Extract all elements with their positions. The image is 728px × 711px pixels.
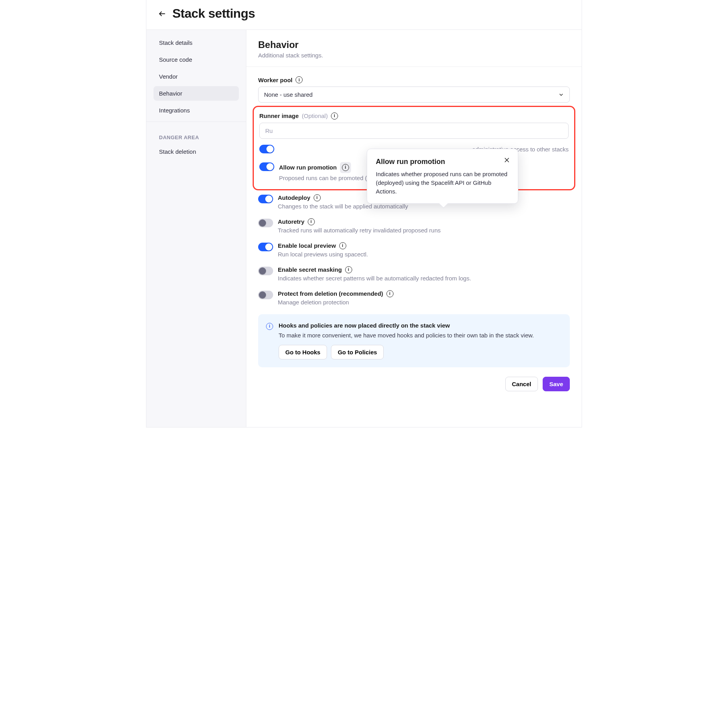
back-arrow-icon[interactable] <box>158 10 166 18</box>
worker-pool-field: Worker pool i None - use shared <box>258 76 570 103</box>
info-icon[interactable]: i <box>386 290 394 297</box>
main-panel: Behavior Additional stack settings. Allo… <box>246 30 582 427</box>
toggle-secret-masking: Enable secret masking i Indicates whethe… <box>258 266 570 282</box>
info-icon[interactable]: i <box>340 162 351 173</box>
sidebar-item-stack-deletion[interactable]: Stack deletion <box>153 144 239 159</box>
local-preview-toggle[interactable] <box>258 243 273 251</box>
tooltip-title: Allow run promotion <box>376 158 509 166</box>
topbar: Stack settings <box>146 0 582 29</box>
sidebar-item-vendor[interactable]: Vendor <box>153 69 239 84</box>
local-preview-desc: Run local previews using spacectl. <box>278 251 368 258</box>
cancel-button[interactable]: Cancel <box>505 377 538 391</box>
runner-image-input[interactable]: Ru <box>259 123 569 139</box>
sidebar-item-source-code[interactable]: Source code <box>153 52 239 67</box>
protect-deletion-desc: Manage deletion protection <box>278 299 394 306</box>
close-icon <box>504 157 510 163</box>
runner-image-optional: (Optional) <box>302 112 328 119</box>
info-icon[interactable]: i <box>339 242 346 249</box>
tooltip-close-button[interactable] <box>503 156 511 164</box>
sidebar-danger-label: DANGER AREA <box>153 126 239 144</box>
autoretry-label: Autoretry <box>278 218 305 225</box>
worker-pool-value: None - use shared <box>264 91 312 98</box>
worker-pool-label: Worker pool <box>258 77 292 83</box>
toggle-autoretry: Autoretry i Tracked runs will automatica… <box>258 218 570 234</box>
autodeploy-desc: Changes to the stack will be applied aut… <box>278 203 408 210</box>
protect-deletion-toggle[interactable] <box>258 291 273 299</box>
page-title: Stack settings <box>172 6 255 21</box>
protect-deletion-label: Protect from deletion (recommended) <box>278 290 383 297</box>
app-frame: Stack settings Stack details Source code… <box>146 0 582 427</box>
go-to-hooks-button[interactable]: Go to Hooks <box>279 345 327 359</box>
info-icon: i <box>266 323 273 330</box>
go-to-policies-button[interactable]: Go to Policies <box>331 345 384 359</box>
allow-run-promotion-label: Allow run promotion <box>279 164 337 171</box>
info-icon[interactable]: i <box>345 266 352 273</box>
tooltip-allow-run-promotion: Allow run promotion Indicates whether pr… <box>367 149 518 204</box>
footer-actions: Cancel Save <box>246 367 582 391</box>
sidebar-item-integrations[interactable]: Integrations <box>153 103 239 118</box>
tooltip-body: Indicates whether proposed runs can be p… <box>376 170 509 195</box>
secret-masking-desc: Indicates whether secret patterns will b… <box>278 275 471 282</box>
secret-masking-label: Enable secret masking <box>278 266 342 273</box>
administrative-toggle[interactable] <box>259 145 274 153</box>
autodeploy-label: Autodeploy <box>278 194 310 201</box>
autoretry-desc: Tracked runs will automatically retry in… <box>278 227 441 234</box>
local-preview-label: Enable local preview <box>278 242 336 249</box>
notice-body: To make it more convenient, we have move… <box>279 331 534 340</box>
info-icon[interactable]: i <box>296 76 303 83</box>
worker-pool-select[interactable]: None - use shared <box>258 87 570 103</box>
toggle-protect-deletion: Protect from deletion (recommended) i Ma… <box>258 290 570 306</box>
secret-masking-toggle[interactable] <box>258 267 273 275</box>
info-icon[interactable]: i <box>308 218 315 225</box>
main-header: Behavior Additional stack settings. <box>246 39 582 67</box>
runner-image-placeholder: Ru <box>265 127 273 134</box>
info-icon[interactable]: i <box>314 194 321 201</box>
section-title: Behavior <box>258 39 570 50</box>
sidebar-divider <box>146 122 246 122</box>
sidebar-item-behavior[interactable]: Behavior <box>153 86 239 101</box>
toggle-local-preview: Enable local preview i Run local preview… <box>258 242 570 258</box>
autodeploy-toggle[interactable] <box>258 195 273 203</box>
sidebar: Stack details Source code Vendor Behavio… <box>146 30 246 427</box>
hooks-policies-notice: i Hooks and policies are now placed dire… <box>258 314 570 368</box>
notice-title: Hooks and policies are now placed direct… <box>279 322 534 329</box>
autoretry-toggle[interactable] <box>258 219 273 227</box>
sidebar-item-stack-details[interactable]: Stack details <box>153 35 239 50</box>
runner-image-label: Runner image <box>259 112 299 119</box>
save-button[interactable]: Save <box>543 377 570 391</box>
allow-run-promotion-toggle[interactable] <box>259 162 274 171</box>
section-subtitle: Additional stack settings. <box>258 52 570 59</box>
chevron-down-icon <box>558 92 564 98</box>
info-icon[interactable]: i <box>331 112 338 120</box>
runner-image-field: Runner image (Optional) i Ru <box>259 112 569 139</box>
